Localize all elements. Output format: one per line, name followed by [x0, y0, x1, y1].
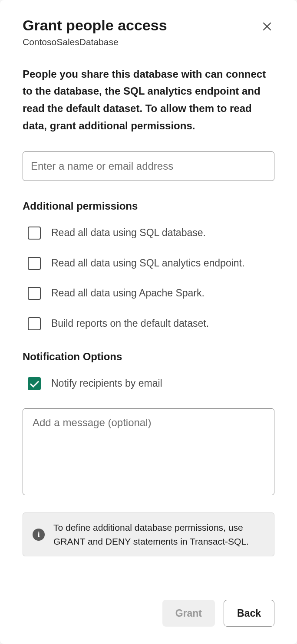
permission-row[interactable]: Read all data using SQL database. — [23, 225, 274, 241]
notify-row[interactable]: Notify recipients by email — [23, 376, 274, 391]
checkbox-read-spark[interactable] — [28, 287, 41, 300]
permissions-list: Read all data using SQL database. Read a… — [23, 225, 274, 332]
checkbox-label: Read all data using SQL analytics endpoi… — [51, 256, 244, 271]
checkbox-label: Read all data using Apache Spark. — [51, 286, 205, 301]
checkbox-read-sql-analytics[interactable] — [28, 257, 41, 270]
button-row: Grant Back — [23, 582, 274, 627]
people-input[interactable] — [23, 151, 274, 181]
checkbox-read-sql-db[interactable] — [28, 227, 41, 240]
grant-access-dialog: Grant people access ContosoSalesDatabase… — [0, 0, 297, 644]
grant-button[interactable]: Grant — [162, 600, 215, 627]
dialog-header: Grant people access ContosoSalesDatabase — [23, 16, 274, 47]
permission-row[interactable]: Read all data using Apache Spark. — [23, 286, 274, 301]
info-text: To define additional database permission… — [53, 521, 264, 548]
back-button[interactable]: Back — [224, 600, 274, 627]
title-block: Grant people access ContosoSalesDatabase — [23, 16, 167, 47]
checkbox-notify-email[interactable] — [28, 377, 41, 390]
permission-row[interactable]: Read all data using SQL analytics endpoi… — [23, 256, 274, 271]
checkbox-label: Build reports on the default dataset. — [51, 316, 209, 332]
additional-permissions-section: Additional permissions Read all data usi… — [23, 181, 274, 332]
notification-heading: Notification Options — [23, 351, 274, 363]
checkbox-label: Notify recipients by email — [51, 376, 162, 391]
dialog-description: People you share this database with can … — [23, 66, 274, 134]
notification-section: Notification Options Notify recipients b… — [23, 332, 274, 497]
close-button[interactable] — [260, 19, 274, 35]
dialog-title: Grant people access — [23, 16, 167, 34]
notification-list: Notify recipients by email — [23, 376, 274, 391]
checkbox-label: Read all data using SQL database. — [51, 225, 206, 241]
close-icon — [261, 21, 273, 32]
info-box: i To define additional database permissi… — [23, 513, 274, 556]
checkbox-build-reports[interactable] — [28, 317, 41, 330]
message-textarea[interactable] — [23, 408, 274, 495]
permissions-heading: Additional permissions — [23, 200, 274, 212]
info-icon: i — [33, 529, 45, 541]
permission-row[interactable]: Build reports on the default dataset. — [23, 316, 274, 332]
dialog-subtitle: ContosoSalesDatabase — [23, 37, 167, 47]
